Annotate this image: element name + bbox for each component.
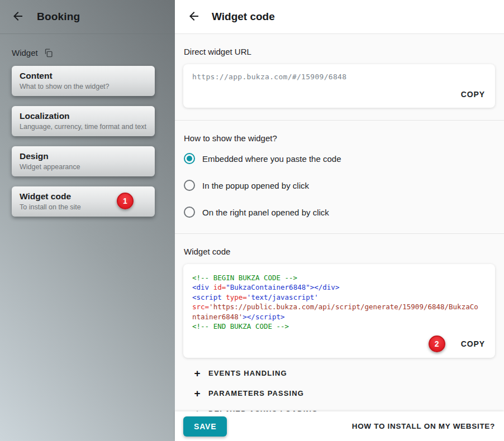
widget-code-card: <!-- BEGIN BUKZA CODE --> <div id="Bukza… bbox=[183, 264, 495, 358]
plus-icon: + bbox=[193, 388, 202, 399]
sidebar-item-content[interactable]: Content What to show on the widget? bbox=[12, 66, 155, 96]
footer: SAVE HOW TO INSTALL ON MY WEBSITE? bbox=[175, 411, 504, 441]
card-title: Design bbox=[20, 151, 147, 161]
radio-label: Embedded where you paste the code bbox=[202, 154, 341, 164]
expander-parameters-passing[interactable]: + PARAMETERS PASSING bbox=[193, 386, 495, 400]
code-line: <!-- END BUKZA CODE --> bbox=[192, 322, 486, 331]
copy-url-button[interactable]: COPY bbox=[460, 88, 486, 101]
direct-url-value: https://app.bukza.com/#/15909/6848 bbox=[192, 73, 486, 81]
card-subtitle: What to show on the widget? bbox=[20, 83, 147, 90]
code-line: ntainer6848'></script> bbox=[192, 312, 486, 322]
code-token: "BukzaContainer6848" bbox=[226, 283, 310, 291]
radio-option-right-panel[interactable]: On the right panel opened by click bbox=[184, 207, 495, 218]
copy-icon[interactable] bbox=[44, 48, 53, 57]
page-title: Booking bbox=[37, 11, 80, 23]
how-to-install-link[interactable]: HOW TO INSTALL ON MY WEBSITE? bbox=[352, 422, 495, 430]
code-token: type= bbox=[226, 293, 247, 301]
code-token: ></script> bbox=[243, 313, 284, 321]
radio-option-popup[interactable]: In the popup opened by click bbox=[184, 180, 495, 191]
code-token: <!-- BEGIN BUKZA CODE --> bbox=[192, 274, 297, 282]
expanders: + EVENTS HANDLING + PARAMETERS PASSING +… bbox=[183, 366, 495, 411]
sidebar-header: Booking bbox=[0, 0, 175, 34]
widget-group-label-row: Widget bbox=[12, 48, 175, 57]
card-title: Content bbox=[20, 71, 147, 81]
widget-code-block: <!-- BEGIN BUKZA CODE --> <div id="Bukza… bbox=[192, 273, 486, 331]
step-badge-2: 2 bbox=[429, 335, 445, 352]
code-token: src= bbox=[192, 303, 209, 311]
card-subtitle: Widget appearance bbox=[20, 163, 147, 171]
code-token: <div bbox=[192, 283, 213, 291]
save-button[interactable]: SAVE bbox=[183, 416, 227, 437]
show-mode-radio-group: Embedded where you paste the code In the… bbox=[183, 153, 495, 218]
main-panel: Widget code Direct widget URL https://ap… bbox=[175, 0, 504, 441]
step-badge-1: 1 bbox=[117, 193, 134, 209]
back-button-main[interactable] bbox=[186, 8, 202, 26]
show-mode-label: How to show the widget? bbox=[184, 133, 495, 143]
code-token: id= bbox=[213, 283, 226, 291]
back-button[interactable] bbox=[10, 8, 26, 26]
sidebar-item-localization[interactable]: Localization Language, currency, time fo… bbox=[12, 106, 155, 136]
radio-unselected-icon bbox=[184, 180, 195, 191]
widget-code-label: Widget code bbox=[184, 247, 495, 256]
widget-code-section: Widget code <!-- BEGIN BUKZA CODE --> <d… bbox=[175, 234, 504, 411]
code-token: <!-- END BUKZA CODE --> bbox=[192, 322, 289, 330]
show-mode-section: How to show the widget? Embedded where y… bbox=[175, 121, 504, 218]
copy-code-button[interactable]: COPY bbox=[460, 337, 486, 351]
radio-option-embedded[interactable]: Embedded where you paste the code bbox=[184, 153, 495, 164]
main-title: Widget code bbox=[212, 11, 275, 23]
arrow-back-icon bbox=[11, 9, 25, 25]
code-token: <script bbox=[192, 293, 226, 301]
sidebar-item-widget-code[interactable]: Widget code To install on the site 1 bbox=[12, 186, 155, 217]
arrow-back-icon bbox=[187, 9, 201, 25]
card-subtitle: Language, currency, time format and text bbox=[20, 123, 147, 131]
url-card-actions: COPY bbox=[192, 88, 486, 101]
code-token: 'https://public.bukza.com/api/script/gen… bbox=[209, 303, 478, 311]
main-header: Widget code bbox=[175, 0, 504, 34]
expander-delayed-async-loading[interactable]: + DELAYED ASYNC LOADING bbox=[193, 406, 495, 411]
radio-label: On the right panel opened by click bbox=[202, 208, 329, 217]
plus-icon: + bbox=[193, 368, 202, 378]
direct-url-card: https://app.bukza.com/#/15909/6848 COPY bbox=[183, 64, 495, 108]
code-line: <div id="BukzaContainer6848"></div> bbox=[192, 282, 486, 292]
direct-url-label: Direct widget URL bbox=[184, 47, 495, 56]
code-card-actions: 2 COPY bbox=[192, 335, 486, 352]
direct-url-section: Direct widget URL https://app.bukza.com/… bbox=[175, 34, 504, 120]
code-line: <script type='text/javascript' bbox=[192, 293, 486, 302]
radio-unselected-icon bbox=[184, 207, 195, 218]
sidebar-item-design[interactable]: Design Widget appearance bbox=[12, 146, 155, 176]
expander-label: PARAMETERS PASSING bbox=[208, 389, 304, 397]
sidebar-nav: Content What to show on the widget? Loca… bbox=[0, 66, 175, 217]
code-line: src='https://public.bukza.com/api/script… bbox=[192, 302, 486, 311]
radio-selected-icon bbox=[184, 153, 195, 164]
expander-label: EVENTS HANDLING bbox=[208, 369, 287, 377]
widget-group-label: Widget bbox=[12, 48, 38, 57]
main-body: Direct widget URL https://app.bukza.com/… bbox=[175, 34, 504, 411]
sidebar: Booking Widget Content What to show on t… bbox=[0, 0, 175, 441]
card-title: Localization bbox=[20, 111, 147, 121]
code-token: ></div> bbox=[310, 283, 340, 291]
code-line: <!-- BEGIN BUKZA CODE --> bbox=[192, 273, 486, 282]
radio-label: In the popup opened by click bbox=[202, 181, 309, 190]
expander-events-handling[interactable]: + EVENTS HANDLING bbox=[193, 366, 495, 380]
code-token: ntainer6848' bbox=[192, 313, 243, 321]
code-token: 'text/javascript' bbox=[247, 293, 318, 301]
